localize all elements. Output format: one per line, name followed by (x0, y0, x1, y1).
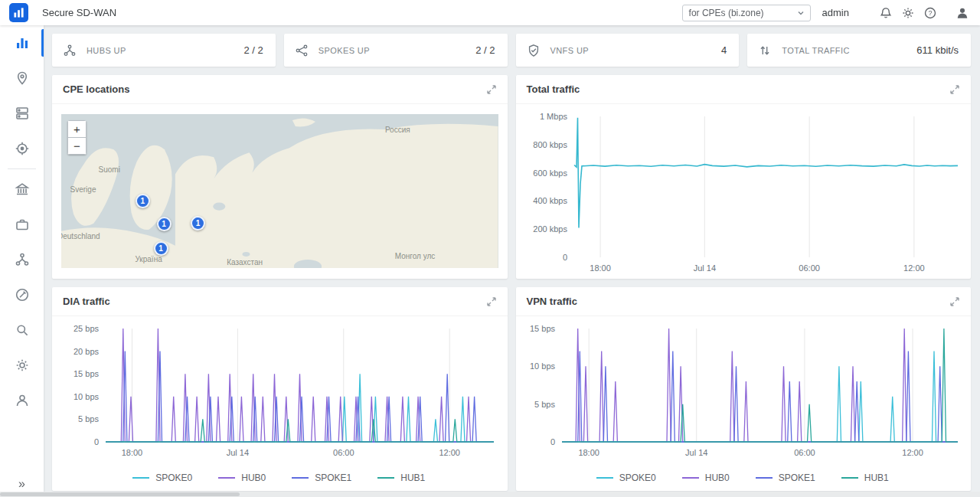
sidebar-item-inventory[interactable] (0, 96, 44, 131)
sidebar-item-topology[interactable] (0, 242, 44, 277)
notifications-bell-icon[interactable] (879, 6, 893, 20)
svg-text:10 bps: 10 bps (74, 392, 100, 401)
map-zoom-control: + − (67, 120, 87, 155)
app-title: Secure SD-WAN (42, 7, 116, 18)
inventory-layers-icon (15, 106, 30, 121)
legend-item[interactable]: HUB1 (377, 472, 425, 483)
panel-title: Total traffic (527, 83, 580, 95)
sidebar: » (0, 25, 44, 497)
stat-card-spokes-up[interactable]: SPOKES UP 2 / 2 (284, 34, 508, 67)
svg-text:200 kbps: 200 kbps (533, 224, 567, 234)
legend-label: HUB0 (705, 472, 730, 483)
panel-dia-traffic: DIA traffic 18:00Jul 1406:0012:0005 bps1… (52, 287, 508, 491)
panel-header: Total traffic (516, 75, 972, 104)
svg-text:20 bps: 20 bps (74, 347, 100, 356)
app-logo[interactable] (9, 3, 28, 22)
help-icon[interactable]: ? (923, 6, 937, 20)
legend-swatch (682, 477, 699, 479)
legend-label: SPOKE1 (315, 472, 351, 483)
map-place-label: Sverige (70, 185, 96, 194)
legend-item[interactable]: HUB0 (218, 472, 266, 483)
configuration-edit-icon (15, 287, 30, 302)
legend-item[interactable]: SPOKE1 (292, 472, 351, 483)
cpe-scope-value: for CPEs (bi.zone) (689, 8, 764, 18)
svg-text:06:00: 06:00 (333, 448, 354, 457)
legend-item[interactable]: HUB1 (841, 472, 889, 483)
svg-text:18:00: 18:00 (578, 448, 599, 457)
traffic-arrows-icon (758, 44, 772, 57)
vpn-traffic-chart: 18:00Jul 1406:0012:0005 bps10 bps15 bpsS… (521, 319, 965, 491)
sidebar-item-organizations[interactable] (0, 172, 44, 207)
sidebar-item-dashboard[interactable] (0, 25, 44, 60)
legend-item[interactable]: SPOKE1 (756, 472, 815, 483)
panel-vpn-traffic: VPN traffic 18:00Jul 1406:0012:0005 bps1… (516, 287, 972, 491)
panel-header: DIA traffic (52, 287, 508, 316)
svg-text:10 bps: 10 bps (529, 361, 555, 371)
organization-icon (15, 181, 30, 197)
settings-gear-icon[interactable] (901, 6, 915, 20)
legend-swatch (841, 477, 858, 479)
svg-text:06:00: 06:00 (794, 448, 815, 457)
sidebar-item-users[interactable] (0, 383, 44, 418)
svg-text:12:00: 12:00 (902, 448, 923, 457)
monitoring-target-icon (15, 141, 30, 156)
map-place-label: Україна (135, 254, 162, 263)
dashboard-main: HUBS UP 2 / 2 SPOKES UP 2 / 2 VNFS UP 4 (44, 25, 980, 497)
account-icon[interactable] (956, 6, 969, 20)
sidebar-item-monitoring[interactable] (0, 131, 44, 166)
legend-item[interactable]: SPOKE0 (596, 472, 656, 483)
expand-icon[interactable] (949, 84, 960, 95)
legend-item[interactable]: HUB0 (682, 472, 730, 483)
double-chevron-right-icon: » (18, 477, 25, 491)
hub-icon (63, 44, 77, 57)
panel-title: VPN traffic (527, 296, 577, 307)
sidebar-item-system[interactable] (0, 348, 44, 383)
scrollbar-thumb[interactable] (0, 492, 240, 496)
svg-text:18:00: 18:00 (122, 448, 143, 457)
legend-swatch (292, 477, 309, 479)
svg-text:25 bps: 25 bps (74, 324, 100, 333)
sidebar-item-audit[interactable] (0, 312, 44, 348)
expand-icon[interactable] (486, 84, 497, 95)
cpe-scope-select[interactable]: for CPEs (bi.zone) (682, 5, 811, 21)
legend-swatch (377, 477, 394, 479)
stat-value: 611 kbit/s (916, 44, 959, 56)
svg-text:1 Mbps: 1 Mbps (539, 112, 567, 121)
map-marker[interactable]: 1 (136, 194, 150, 208)
svg-text:12:00: 12:00 (903, 263, 925, 273)
stat-value: 4 (721, 44, 727, 56)
chart-legend: SPOKE0HUB0SPOKE1HUB1 (57, 466, 501, 489)
sidebar-item-configuration[interactable] (0, 277, 44, 312)
legend-swatch (756, 477, 773, 479)
sidebar-item-locations[interactable] (0, 60, 44, 96)
legend-label: HUB1 (400, 472, 425, 483)
dia-traffic-chart: 18:00Jul 1406:0012:0005 bps10 bps15 bps2… (57, 319, 501, 491)
panel-header: VPN traffic (516, 287, 972, 316)
panel-grid: CPE locations (52, 75, 971, 491)
svg-text:06:00: 06:00 (799, 263, 820, 273)
svg-text:800 kbps: 800 kbps (533, 140, 567, 149)
map-place-label: Казахстан (227, 257, 263, 266)
zoom-out-button[interactable]: − (67, 137, 87, 155)
map-marker[interactable]: 1 (191, 216, 205, 231)
zoom-in-button[interactable]: + (67, 120, 87, 138)
horizontal-scrollbar[interactable] (0, 492, 980, 497)
stat-label: TOTAL TRAFFIC (782, 46, 916, 55)
legend-item[interactable]: SPOKE0 (132, 472, 192, 483)
stat-label: HUBS UP (87, 46, 243, 55)
expand-icon[interactable] (486, 296, 497, 307)
map-marker[interactable]: 1 (154, 241, 168, 256)
svg-text:Jul 14: Jul 14 (685, 448, 707, 457)
expand-icon[interactable] (949, 296, 960, 307)
stat-card-hubs-up[interactable]: HUBS UP 2 / 2 (52, 34, 276, 67)
svg-text:15 bps: 15 bps (529, 324, 555, 333)
legend-label: HUB0 (241, 472, 266, 483)
map-canvas[interactable]: + − РоссияSuomiSverigeDeutschlandУкраїна… (61, 114, 498, 268)
stat-card-total-traffic[interactable]: TOTAL TRAFFIC 611 kbit/s (747, 34, 971, 67)
user-name[interactable]: admin (822, 7, 849, 18)
stat-card-vnfs-up[interactable]: VNFS UP 4 (516, 34, 740, 67)
panel-cpe-locations: CPE locations (52, 75, 508, 279)
sidebar-item-services[interactable] (0, 207, 44, 242)
map-marker[interactable]: 1 (157, 217, 172, 231)
svg-text:Jul 14: Jul 14 (227, 448, 249, 457)
